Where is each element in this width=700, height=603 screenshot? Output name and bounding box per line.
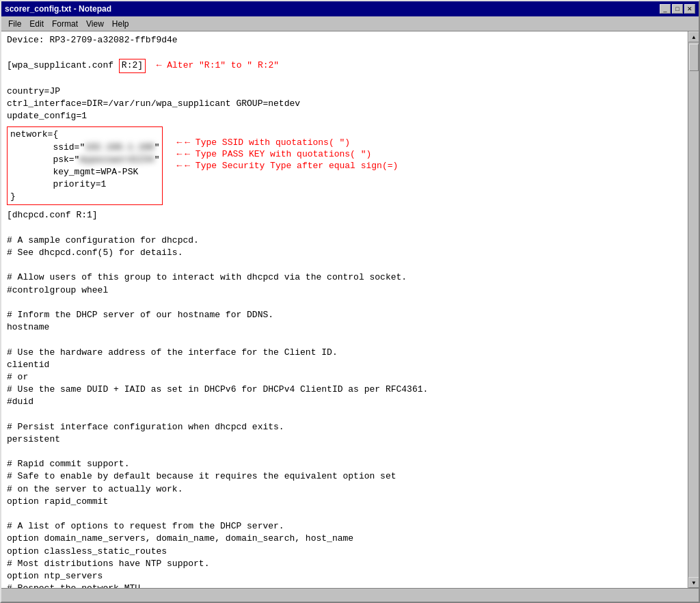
scroll-up-button[interactable]: ▲: [688, 31, 699, 42]
ann-line-1: ← ← Type SSID with quotations( "): [176, 137, 398, 148]
network-code-box: network={ ssid="192.168.1.100" psk="mypa…: [7, 126, 163, 205]
window-title: scorer_config.txt - Notepad: [5, 4, 111, 14]
menu-bar: File Edit Format View Help: [1, 16, 699, 31]
menu-edit[interactable]: Edit: [25, 18, 48, 30]
title-bar-buttons: _ □ ✕: [660, 4, 695, 14]
dhcpcd-label: [dhcpcd.conf R:1]: [7, 210, 98, 220]
maximize-button[interactable]: □: [672, 4, 683, 14]
network-code: network={ ssid="192.168.1.100" psk="mypa…: [10, 129, 159, 203]
wpa-conf-row: [wpa_supplicant.conf R:2] ← Alter "R:1" …: [7, 60, 279, 70]
network-block: network={ ssid="192.168.1.100" psk="mypa…: [7, 125, 682, 206]
psk-value: mypassword1234: [79, 154, 154, 166]
editor-area: Device: RP3-2709-a32082-ffbf9d4e [wpa_su…: [1, 31, 699, 588]
status-bar: [1, 588, 699, 602]
device-line: Device: RP3-2709-a32082-ffbf9d4e: [7, 35, 178, 45]
minimize-button[interactable]: _: [660, 4, 671, 14]
alter-annotation: ← Alter "R:1" to " R:2": [157, 60, 279, 70]
menu-file[interactable]: File: [4, 18, 25, 30]
vertical-scrollbar[interactable]: ▲ ▼: [688, 31, 699, 588]
ctrl-interface-line: ctrl_interface=DIR=/var/run/wpa_supplica…: [7, 98, 300, 109]
ann-arrow-1: ←: [176, 137, 182, 148]
content-area[interactable]: Device: RP3-2709-a32082-ffbf9d4e [wpa_su…: [1, 31, 688, 588]
country-line: country=JP: [7, 86, 60, 96]
scroll-down-button[interactable]: ▼: [688, 577, 699, 588]
ann-line-2: ← ← Type PASS KEY with quotations( "): [176, 149, 398, 159]
network-annotations: ← ← Type SSID with quotations( ") ← ← Ty…: [176, 125, 398, 171]
wpa-r-value: R:2]: [119, 59, 146, 72]
ann-arrow-2: ←: [176, 149, 182, 159]
scrollbar-track[interactable]: [688, 42, 699, 577]
menu-format[interactable]: Format: [48, 18, 82, 30]
ann-text-2: ← Type PASS KEY with quotations( "): [185, 149, 371, 159]
menu-help[interactable]: Help: [108, 18, 133, 30]
update-config-line: update_config=1: [7, 111, 87, 121]
ssid-value: 192.168.1.100: [85, 142, 154, 154]
menu-view[interactable]: View: [82, 18, 108, 30]
dhcpcd-content: [dhcpcd.conf R:1] # A sample configurati…: [7, 209, 682, 588]
close-button[interactable]: ✕: [684, 4, 695, 14]
text-content: Device: RP3-2709-a32082-ffbf9d4e [wpa_su…: [7, 34, 682, 122]
ann-line-3: ← ← Type Security Type after equal sign(…: [176, 161, 398, 171]
ann-text-3: ← Type Security Type after equal sign(=): [185, 161, 398, 171]
ann-text-1: ← Type SSID with quotations( "): [185, 137, 350, 148]
main-window: scorer_config.txt - Notepad _ □ ✕ File E…: [0, 0, 700, 603]
title-bar: scorer_config.txt - Notepad _ □ ✕: [1, 1, 699, 16]
ann-arrow-3: ←: [176, 161, 182, 171]
wpa-conf-label: [wpa_supplicant.conf: [7, 60, 119, 70]
scrollbar-thumb[interactable]: [689, 44, 699, 71]
